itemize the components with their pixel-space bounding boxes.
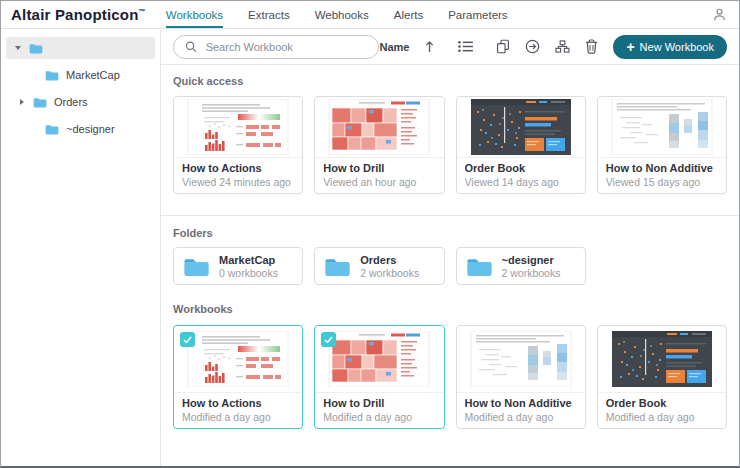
how-to-drill-preview	[327, 331, 431, 387]
quick-access-card-how-to-actions[interactable]: How to Actions Viewed 24 minutes ago	[173, 96, 303, 194]
workbook-thumbnail	[457, 97, 585, 157]
order-book-preview	[469, 99, 573, 155]
folders-section: Folders MarketCap 0 workbooks	[161, 215, 739, 285]
quick-access-grid: How to Actions Viewed 24 minutes ago	[173, 96, 727, 194]
workbook-meta: Modified a day ago	[182, 411, 294, 423]
new-workbook-button[interactable]: + New Workbook	[613, 35, 727, 59]
tab-alerts[interactable]: Alerts	[394, 1, 423, 28]
list-view-icon[interactable]	[458, 40, 473, 53]
user-account-icon[interactable]	[712, 7, 727, 22]
chevron-down-icon[interactable]	[14, 46, 22, 50]
tree-item-orders[interactable]: Orders	[6, 91, 155, 113]
delete-icon[interactable]	[585, 39, 598, 54]
how-to-drill-preview	[327, 99, 431, 155]
workbook-title: How to Non Additive	[465, 397, 577, 409]
workbook-title: Order Book	[606, 397, 718, 409]
workbook-thumbnail	[598, 326, 726, 392]
hierarchy-icon[interactable]	[555, 40, 570, 53]
workbook-list-content: Quick access	[161, 65, 739, 466]
quick-access-title: Quick access	[173, 74, 727, 88]
workbook-toolbar: Name	[161, 29, 739, 65]
toolbar-actions: Name	[379, 35, 727, 59]
workbook-meta: Viewed 15 days ago	[606, 176, 718, 188]
top-nav: Altair Panopticon™ Workbooks Extracts We…	[1, 1, 739, 29]
sort-by-label[interactable]: Name	[379, 41, 409, 53]
workbook-title: How to Drill	[323, 397, 435, 409]
folder-icon	[33, 97, 47, 108]
main-panel: Name	[161, 29, 739, 466]
panopticon-app: Altair Panopticon™ Workbooks Extracts We…	[0, 0, 740, 468]
quick-access-card-order-book[interactable]: Order Book Viewed 14 days ago	[456, 96, 586, 194]
folder-icon	[29, 43, 43, 54]
folder-card-orders[interactable]: Orders 2 workbooks	[314, 247, 444, 285]
search-icon	[185, 40, 197, 53]
folder-card-designer[interactable]: ~designer 2 workbooks	[456, 247, 586, 285]
folder-icon	[45, 70, 59, 81]
check-icon	[324, 336, 333, 344]
workbook-title: How to Drill	[323, 162, 435, 174]
folder-tree-sidebar: MarketCap Orders ~designer	[1, 29, 161, 466]
workbooks-grid: How to Actions Modified a day ago	[173, 325, 727, 429]
new-workbook-label: New Workbook	[640, 41, 714, 53]
folders-title: Folders	[173, 226, 727, 240]
folder-icon	[466, 256, 493, 277]
move-icon[interactable]	[525, 39, 540, 54]
tab-parameters[interactable]: Parameters	[448, 1, 507, 28]
chevron-right-icon[interactable]	[18, 99, 26, 105]
workbook-thumbnail	[598, 97, 726, 157]
tree-item-designer[interactable]: ~designer	[6, 118, 155, 140]
folder-icon	[183, 256, 210, 277]
workbook-title: Order Book	[465, 162, 577, 174]
order-book-preview	[610, 331, 714, 387]
workbook-meta: Viewed an hour ago	[323, 176, 435, 188]
workbook-meta: Viewed 24 minutes ago	[182, 176, 294, 188]
folder-icon	[45, 124, 59, 135]
workbook-thumbnail	[457, 326, 585, 392]
tree-item-label: MarketCap	[66, 69, 120, 81]
workbook-card-how-to-actions[interactable]: How to Actions Modified a day ago	[173, 325, 303, 429]
workbook-card-how-to-drill[interactable]: How to Drill Modified a day ago	[314, 325, 444, 429]
folder-icon	[324, 256, 351, 277]
workbooks-title: Workbooks	[173, 302, 727, 316]
workbook-thumbnail	[315, 97, 443, 157]
workbook-meta: Modified a day ago	[465, 411, 577, 423]
folder-name: ~designer	[502, 254, 561, 266]
trademark-mark: ™	[139, 8, 146, 15]
copy-icon[interactable]	[496, 39, 510, 54]
tree-item-root[interactable]	[6, 37, 155, 59]
folder-count: 0 workbooks	[219, 267, 278, 279]
tree-item-marketcap[interactable]: MarketCap	[6, 64, 155, 86]
folder-name: Orders	[360, 254, 419, 266]
nav-tabs: Workbooks Extracts Webhooks Alerts Param…	[166, 1, 533, 28]
logo-text: Altair Panopticon	[11, 6, 139, 23]
workbook-meta: Modified a day ago	[606, 411, 718, 423]
workbook-title: How to Actions	[182, 397, 294, 409]
how-to-non-additive-preview	[469, 331, 573, 387]
folder-count: 2 workbooks	[360, 267, 419, 279]
app-logo: Altair Panopticon™	[11, 6, 146, 23]
tab-workbooks[interactable]: Workbooks	[166, 1, 223, 28]
workbook-card-how-to-non-additive[interactable]: How to Non Additive Modified a day ago	[456, 325, 586, 429]
how-to-actions-preview	[186, 331, 290, 387]
quick-access-card-how-to-drill[interactable]: How to Drill Viewed an hour ago	[314, 96, 444, 194]
plus-icon: +	[626, 40, 634, 54]
tab-extracts[interactable]: Extracts	[248, 1, 290, 28]
quick-access-card-how-to-non-additive[interactable]: How to Non Additive Viewed 15 days ago	[597, 96, 727, 194]
workbook-card-order-book[interactable]: Order Book Modified a day ago	[597, 325, 727, 429]
workbook-thumbnail	[174, 97, 302, 157]
how-to-actions-preview	[186, 99, 290, 155]
how-to-non-additive-preview	[610, 99, 714, 155]
search-input[interactable]	[204, 40, 368, 54]
workbook-meta: Viewed 14 days ago	[465, 176, 577, 188]
quick-access-section: Quick access	[161, 65, 739, 215]
folders-grid: MarketCap 0 workbooks Orders 2 workbooks	[173, 247, 727, 285]
workbook-title: How to Non Additive	[606, 162, 718, 174]
selected-checkbox[interactable]	[180, 332, 195, 347]
search-box[interactable]	[173, 35, 379, 59]
selected-checkbox[interactable]	[321, 332, 336, 347]
sort-ascending-icon[interactable]	[424, 40, 435, 53]
folder-card-marketcap[interactable]: MarketCap 0 workbooks	[173, 247, 303, 285]
body: MarketCap Orders ~designer	[1, 29, 739, 466]
workbooks-section: Workbooks	[161, 285, 739, 429]
tab-webhooks[interactable]: Webhooks	[315, 1, 369, 28]
